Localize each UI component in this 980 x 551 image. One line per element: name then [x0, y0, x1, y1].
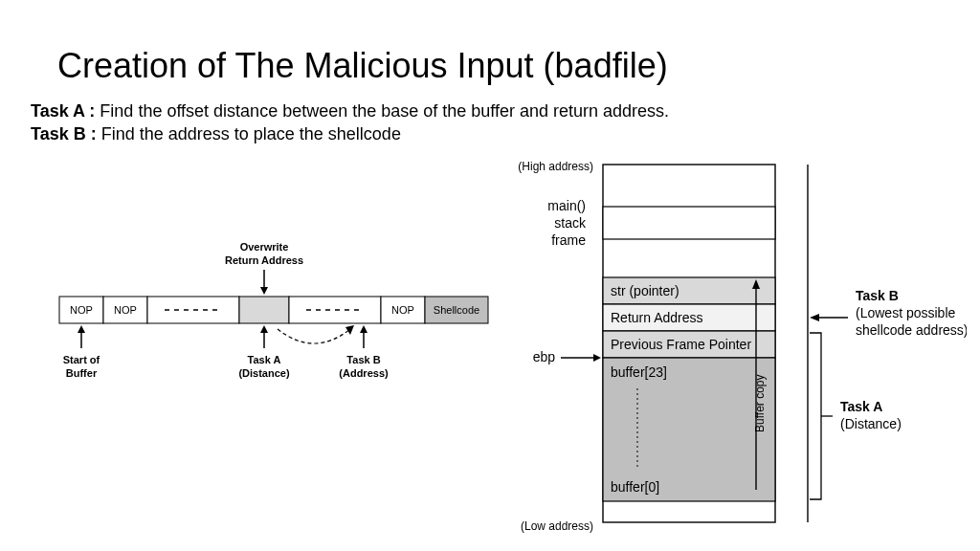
- task-a-side-label: Task A: [840, 399, 882, 414]
- taska-top: Task A: [248, 354, 281, 365]
- nop-cell: NOP: [114, 304, 137, 316]
- task-b-sub: (Lowest possible: [856, 305, 955, 320]
- buffer23-label: buffer[23]: [611, 364, 667, 380]
- task-a-text: Find the offset distance between the bas…: [95, 101, 669, 121]
- buffer-copy-label: Buffer copy: [753, 375, 767, 432]
- stack-layout-diagram: (High address) (Low address) main() stac…: [517, 155, 967, 538]
- task-a-label: Task A :: [31, 101, 95, 121]
- buffer-row: NOP NOP NOP Shellcode: [59, 297, 488, 323]
- task-b-side-label: Task B: [856, 288, 899, 303]
- overwrite-label-top: Overwrite: [240, 241, 289, 253]
- overwrite-label-bot: Return Address: [225, 254, 303, 266]
- buffer-layout-diagram: Overwrite Return Address NOP NOP NOP She…: [31, 230, 500, 421]
- svg-marker-12: [345, 325, 354, 335]
- arrow-up-icon: [260, 325, 268, 333]
- bracket-icon: [810, 333, 821, 499]
- task-b-text: Find the address to place the shellcode: [97, 124, 401, 143]
- arrow-right-icon: [593, 354, 601, 362]
- task-a-sub: (Distance): [840, 416, 902, 431]
- high-address-label: (High address): [518, 160, 593, 173]
- buffer0-label: buffer[0]: [611, 479, 659, 495]
- slide-title: Creation of The Malicious Input (badfile…: [57, 46, 668, 86]
- arrow-up-icon: [78, 325, 85, 333]
- start-buffer-top: Start of: [63, 354, 100, 365]
- ebp-label: ebp: [533, 349, 556, 364]
- task-b-label: Task B :: [31, 124, 97, 143]
- taskb-top: Task B: [346, 354, 380, 365]
- task-description: Task A : Find the offset distance betwee…: [31, 99, 669, 146]
- main-label: main(): [547, 198, 586, 213]
- main-label: frame: [551, 232, 586, 248]
- taskb-bot: (Address): [339, 367, 389, 379]
- low-address-label: (Low address): [521, 519, 593, 533]
- dashed-arrow: [278, 329, 350, 343]
- taska-bot: (Distance): [238, 367, 290, 379]
- start-buffer-bot: Buffer: [66, 367, 98, 379]
- main-label: stack: [554, 215, 587, 231]
- prev-frame-cell: Previous Frame Pointer: [611, 337, 751, 352]
- nop-cell: NOP: [391, 304, 414, 316]
- shellcode-cell: Shellcode: [434, 304, 479, 316]
- task-b-sub: shellcode address): [856, 322, 967, 338]
- str-pointer-cell: str (pointer): [611, 283, 679, 298]
- main-frame-cell: [603, 207, 775, 239]
- nop-cell: NOP: [70, 304, 93, 316]
- arrow-down-icon: [260, 287, 268, 295]
- return-address-cell: Return Address: [611, 310, 703, 325]
- return-address-cell: [239, 297, 289, 323]
- arrow-up-icon: [360, 325, 368, 333]
- arrow-left-icon: [810, 314, 819, 321]
